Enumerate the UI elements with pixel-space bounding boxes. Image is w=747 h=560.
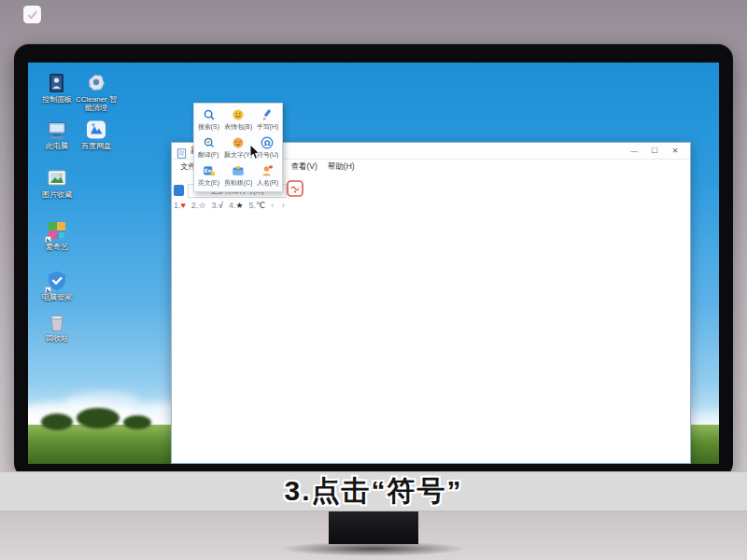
- desktop-icon-computer[interactable]: 此电脑: [35, 119, 78, 150]
- candidate-paging-arrows[interactable]: ‹ ›: [271, 201, 288, 210]
- minimize-button[interactable]: —: [624, 144, 644, 159]
- menu-item-4[interactable]: 帮助(H): [328, 161, 355, 173]
- toolbox-item-label: 手写(H): [257, 122, 278, 131]
- desktop-screen: 控制面板CCleaner 智能清理此电脑百度网盘图片收藏爱奇艺电脑管家回收站 新…: [28, 63, 719, 464]
- toolbox-item-clipboard[interactable]: 剪贴板(C): [223, 161, 254, 189]
- computer-icon: [46, 119, 68, 141]
- photo-background: 控制面板CCleaner 智能清理此电脑百度网盘图片收藏爱奇艺电脑管家回收站 新…: [0, 0, 747, 560]
- desktop-icon-label: 此电脑: [35, 142, 78, 150]
- toolbox-item-label: 搜索(S): [198, 122, 219, 131]
- desktop-icon-recycle-bin[interactable]: 回收站: [35, 311, 78, 343]
- tree: [77, 408, 120, 428]
- toolbox-item-translate[interactable]: 翻译(F): [195, 133, 223, 161]
- desktop-icon-security-shield[interactable]: 电脑管家: [35, 270, 78, 301]
- monitor-stand: [329, 509, 418, 544]
- caption-strip: 3.点击“符号”: [0, 471, 747, 511]
- toolbox-item-label: 翻译(F): [198, 150, 219, 159]
- svg-text:En: En: [204, 168, 212, 174]
- ime-toolbox-menu: 搜索(S)表情包(B)手写(H)翻译(F)颜文字(Y)Ω符号(U)En英文(E)…: [193, 103, 283, 192]
- document-icon: [176, 146, 187, 156]
- shortcut-arrow-icon: [45, 236, 51, 243]
- caption-text: 3.点击“符号”: [284, 472, 462, 511]
- document-area[interactable]: [172, 174, 690, 463]
- desktop-icon-label: 回收站: [35, 334, 78, 343]
- maximize-button[interactable]: ☐: [644, 144, 665, 159]
- desktop-icon-label: CCleaner 智能清理: [75, 95, 118, 112]
- toolbox-item-search[interactable]: 搜索(S): [195, 105, 223, 133]
- candidate-3[interactable]: 3.√: [211, 201, 222, 210]
- toolbox-item-handwriting[interactable]: 手写(H): [253, 105, 281, 133]
- desktop-icon-control-panel[interactable]: 控制面板: [35, 72, 78, 104]
- desktop-icon-netdisk[interactable]: 百度网盘: [75, 119, 118, 150]
- monitor-bezel: 控制面板CCleaner 智能清理此电脑百度网盘图片收藏爱奇艺电脑管家回收站 新…: [14, 44, 733, 478]
- toolbox-item-label: 剪贴板(C): [224, 178, 252, 187]
- desktop-icon-label: 百度网盘: [75, 142, 118, 150]
- mouse-cursor-icon: [249, 144, 261, 161]
- pictures-icon: [46, 167, 68, 189]
- desktop-icon-pictures[interactable]: 图片收藏: [35, 167, 78, 199]
- netdisk-icon: [85, 119, 107, 141]
- video-app-icon: [46, 219, 68, 242]
- candidate-5[interactable]: 5.℃: [249, 201, 266, 210]
- security-shield-icon: [46, 270, 68, 292]
- svg-text:Ω: Ω: [264, 139, 271, 147]
- ime-candidate-row: 1.♥2.☆3.√4.★5.℃‹ ›: [174, 200, 288, 211]
- toolbox-item-english[interactable]: En英文(E): [195, 161, 223, 189]
- ime-indicator-chip[interactable]: [174, 185, 184, 196]
- candidate-4[interactable]: 4.★: [229, 201, 244, 210]
- desktop-icon-label: 电脑管家: [35, 293, 78, 301]
- toolbox-item-label: 表情包(B): [224, 122, 252, 131]
- desktop-icon-label: 爱奇艺: [35, 243, 78, 251]
- ccleaner-icon: [85, 72, 107, 94]
- ime-logo-stamp-icon[interactable]: [287, 180, 303, 197]
- toolbox-item-label: 英文(E): [198, 178, 219, 187]
- desktop-icon-label: 控制面板: [35, 95, 78, 104]
- candidate-1[interactable]: 1.♥: [174, 201, 186, 210]
- desktop-icon-ccleaner[interactable]: CCleaner 智能清理: [75, 72, 118, 112]
- watermark-logo-icon: [22, 5, 42, 24]
- toolbox-item-person-name[interactable]: 人名(R): [253, 161, 281, 189]
- recycle-bin-icon: [46, 311, 68, 333]
- tree: [41, 413, 73, 430]
- desktop-icon-video-app[interactable]: 爱奇艺: [35, 219, 78, 251]
- close-button[interactable]: ✕: [665, 144, 685, 159]
- toolbox-item-emoji[interactable]: 表情包(B): [223, 105, 254, 133]
- toolbox-item-label: 人名(R): [257, 178, 278, 187]
- tree: [123, 415, 151, 429]
- menu-item-3[interactable]: 查看(V): [290, 161, 317, 173]
- candidate-2[interactable]: 2.☆: [191, 201, 206, 210]
- desktop-icon-label: 图片收藏: [35, 190, 78, 199]
- shortcut-arrow-icon: [45, 287, 51, 293]
- control-panel-icon: [46, 72, 68, 94]
- toolbox-item-label: 颜文字(Y): [224, 150, 252, 159]
